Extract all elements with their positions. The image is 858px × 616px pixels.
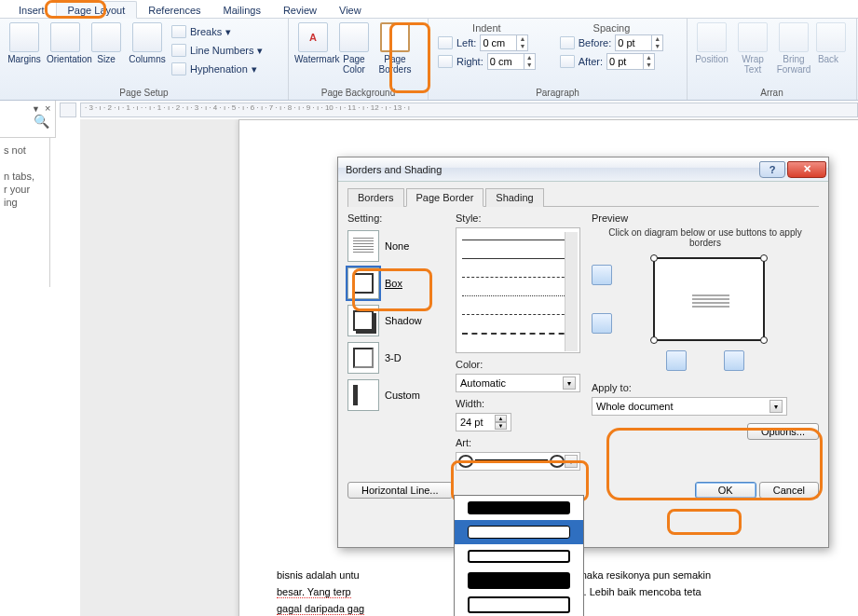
breaks-icon (171, 25, 186, 38)
horizontal-line-button[interactable]: Horizontal Line... (347, 482, 453, 499)
line-numbers-button[interactable]: Line Numbers ▾ (171, 41, 263, 60)
nav-pane-text: s not n tabs, r your ing (0, 138, 50, 287)
orientation-button[interactable]: Orientation (45, 21, 86, 64)
dialog-close-button[interactable]: ✕ (787, 161, 826, 178)
options-button[interactable]: Options... (747, 423, 819, 440)
setting-none[interactable]: None (347, 227, 450, 265)
indent-left-input[interactable]: ▲▼ (480, 34, 528, 51)
watermark-icon: A (298, 22, 328, 52)
breaks-button[interactable]: Breaks ▾ (171, 22, 231, 41)
bring-forward-icon (779, 22, 809, 52)
hyphenation-button[interactable]: Hyphenation ▾ (171, 60, 257, 78)
size-button[interactable]: Size (86, 21, 127, 64)
preview-hint: Click on diagram below or use buttons to… (601, 227, 810, 248)
preview-top-btn[interactable] (592, 265, 612, 285)
setting-label: Setting: (347, 212, 450, 224)
dialog-tabs: Borders Page Border Shading (347, 187, 819, 207)
style-label: Style: (456, 212, 586, 224)
margins-button[interactable]: Margins (4, 21, 45, 64)
page-color-icon (339, 22, 369, 52)
indent-right-input[interactable]: ▲▼ (487, 53, 536, 70)
before-label: Before: (579, 37, 611, 48)
apply-to-dropdown[interactable]: Whole document▾ (592, 397, 787, 416)
borders-shading-dialog: Borders and Shading ? ✕ Borders Page Bor… (337, 157, 829, 548)
size-icon (91, 22, 121, 52)
group-title-page-background: Page Background (293, 88, 424, 100)
setting-shadow[interactable]: Shadow (347, 302, 450, 339)
group-title-page-setup: Page Setup (4, 88, 284, 100)
hyphenation-icon (171, 62, 186, 75)
send-back-button[interactable]: Back (814, 21, 842, 64)
tab-insert[interactable]: Insert (7, 2, 56, 18)
bring-forward-button[interactable]: Bring Forward (773, 21, 814, 75)
orientation-icon (50, 22, 80, 52)
color-dropdown[interactable]: Automatic▾ (456, 374, 580, 392)
preview-right-btn[interactable] (724, 350, 744, 371)
nav-pane-header: ▼ × 🔍 (0, 101, 56, 138)
ribbon: Margins Orientation Size Columns Breaks … (0, 19, 858, 101)
ruler-corner (60, 103, 76, 117)
tab-view[interactable]: View (328, 2, 373, 18)
preview-bottom-btn[interactable] (592, 313, 612, 334)
color-label: Color: (456, 359, 586, 370)
preview-diagram[interactable] (653, 257, 765, 341)
dialog-titlebar[interactable]: Borders and Shading ? ✕ (338, 157, 828, 182)
indent-label: Indent (438, 22, 536, 34)
page-borders-button[interactable]: Page Borders (375, 21, 415, 75)
style-scrollbar[interactable] (565, 232, 578, 351)
cancel-button[interactable]: Cancel (759, 482, 819, 499)
setting-custom[interactable]: Custom (347, 376, 450, 414)
columns-button[interactable]: Columns (127, 21, 168, 64)
indent-left-icon (438, 36, 453, 49)
spacing-after-icon (560, 55, 575, 68)
ok-button[interactable]: OK (695, 482, 756, 499)
wrap-text-icon (738, 22, 768, 52)
columns-icon (132, 22, 162, 52)
tab-references[interactable]: References (137, 2, 211, 18)
dlg-tab-borders[interactable]: Borders (347, 188, 404, 207)
group-title-arrange: Arran (691, 88, 852, 100)
setting-box[interactable]: Box (347, 265, 450, 302)
horizontal-ruler: · 3 · ı · 2 · ı · 1 · ı · · ı · 1 · ı · … (80, 103, 858, 117)
art-dropdown[interactable]: ▾ (456, 452, 580, 471)
right-label: Right: (456, 56, 483, 67)
art-right-icon (550, 455, 565, 468)
after-label: After: (579, 56, 603, 67)
dlg-tab-shading[interactable]: Shading (485, 188, 543, 207)
wrap-text-button[interactable]: Wrap Text (732, 21, 773, 75)
close-nav-icon[interactable]: × (45, 103, 50, 114)
left-label: Left: (456, 37, 476, 48)
page-color-button[interactable]: Page Color (334, 21, 375, 75)
width-label: Width: (456, 398, 586, 409)
spacing-label: Spacing (560, 22, 663, 34)
dialog-title: Borders and Shading (346, 164, 442, 175)
spacing-before-icon (560, 36, 575, 49)
apply-to-label: Apply to: (592, 382, 819, 393)
ribbon-tabs: Insert Page Layout References Mailings R… (0, 0, 858, 19)
art-left-icon (458, 455, 473, 468)
send-back-icon (816, 22, 846, 52)
setting-3d[interactable]: 3-D (347, 339, 450, 376)
art-label: Art: (456, 437, 586, 448)
tab-page-layout[interactable]: Page Layout (56, 1, 138, 19)
preview-label: Preview (592, 212, 819, 224)
spacing-after-input[interactable]: ▲▼ (606, 53, 655, 70)
spacing-before-input[interactable]: ▲▼ (615, 34, 663, 51)
margins-icon (9, 22, 39, 52)
position-icon (697, 22, 727, 52)
position-button[interactable]: Position (691, 21, 732, 64)
indent-right-icon (438, 55, 453, 68)
watermark-button[interactable]: AWatermark (293, 21, 334, 64)
dlg-tab-page-border[interactable]: Page Border (406, 188, 484, 207)
dialog-help-button[interactable]: ? (759, 161, 785, 178)
line-numbers-icon (171, 44, 186, 57)
search-icon[interactable]: 🔍 (34, 114, 49, 129)
preview-left-btn[interactable] (666, 350, 687, 371)
art-dropdown-list[interactable] (454, 495, 584, 616)
width-spinner[interactable]: 24 pt▲▼ (456, 413, 511, 431)
tab-review[interactable]: Review (272, 2, 328, 18)
page-borders-icon (380, 22, 410, 52)
tab-mailings[interactable]: Mailings (212, 2, 272, 18)
group-title-paragraph: Paragraph (432, 88, 683, 100)
style-listbox[interactable] (456, 227, 580, 353)
